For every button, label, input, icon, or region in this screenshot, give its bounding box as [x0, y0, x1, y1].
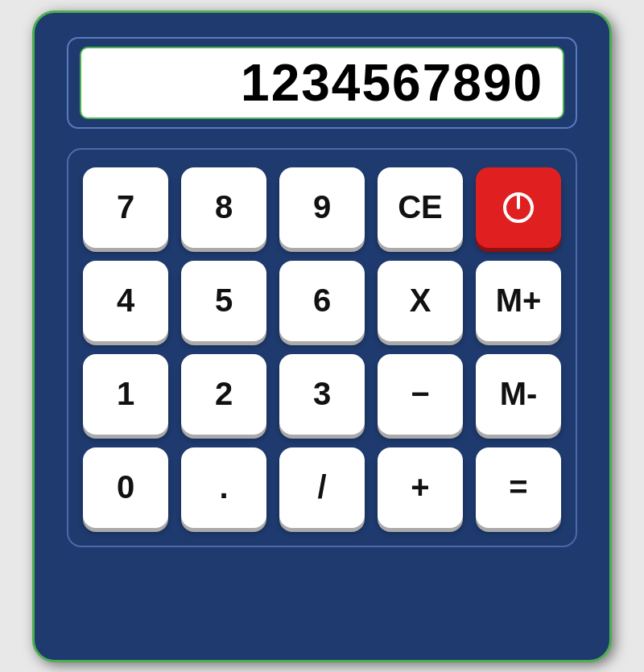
btn-1[interactable]: 1 — [83, 354, 168, 435]
btn-5[interactable]: 5 — [181, 261, 266, 341]
btn-minus[interactable]: − — [378, 354, 463, 435]
btn-0[interactable]: 0 — [83, 447, 168, 528]
display-container: 1234567890 — [67, 37, 577, 129]
calculator: 1234567890 7 8 9 CE 4 5 6 X M+ — [32, 10, 612, 662]
btn-dot[interactable]: . — [181, 447, 266, 528]
buttons-panel: 7 8 9 CE 4 5 6 X M+ 1 2 3 − M- — [67, 148, 577, 547]
btn-8[interactable]: 8 — [181, 167, 266, 248]
button-row-1: 7 8 9 CE — [83, 167, 561, 248]
btn-multiply[interactable]: X — [378, 261, 463, 341]
btn-4[interactable]: 4 — [83, 261, 168, 341]
button-row-2: 4 5 6 X M+ — [83, 261, 561, 341]
btn-equals[interactable]: = — [476, 447, 561, 528]
btn-divide[interactable]: / — [279, 447, 365, 528]
display-screen: 1234567890 — [80, 47, 564, 119]
button-row-3: 1 2 3 − M- — [83, 354, 561, 435]
power-icon — [499, 188, 538, 227]
btn-6[interactable]: 6 — [279, 261, 365, 341]
btn-7[interactable]: 7 — [83, 167, 168, 248]
btn-ce[interactable]: CE — [378, 167, 463, 248]
btn-plus[interactable]: + — [378, 447, 463, 528]
btn-9[interactable]: 9 — [279, 167, 365, 248]
display-value: 1234567890 — [241, 53, 543, 113]
btn-power[interactable] — [476, 167, 561, 248]
button-row-4: 0 . / + = — [83, 447, 561, 528]
btn-3[interactable]: 3 — [279, 354, 365, 435]
btn-mplus[interactable]: M+ — [476, 261, 561, 341]
btn-2[interactable]: 2 — [181, 354, 266, 435]
btn-mminus[interactable]: M- — [476, 354, 561, 435]
